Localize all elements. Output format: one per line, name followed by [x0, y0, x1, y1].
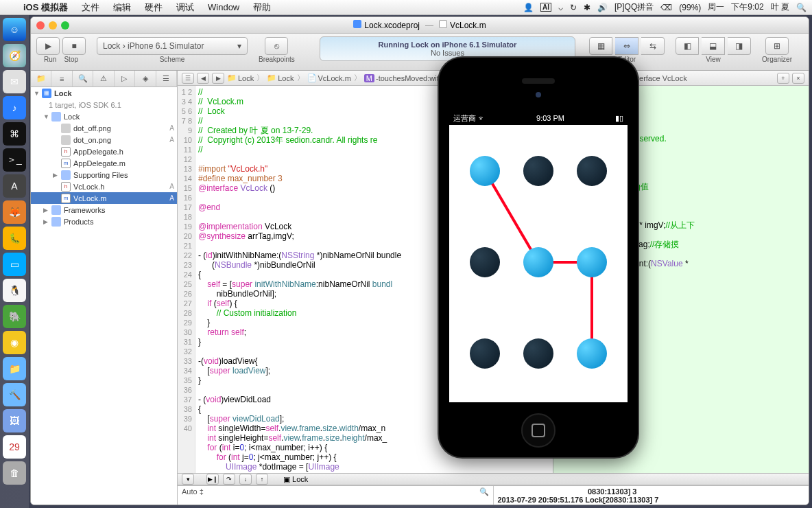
lock-dot-2[interactable] — [523, 156, 553, 186]
close-assistant-button[interactable]: × — [792, 73, 804, 84]
run-button[interactable]: ▶ — [36, 37, 60, 55]
spotlight-icon[interactable]: 🔍 — [796, 3, 807, 12]
status-batt: (99%) — [679, 3, 701, 12]
menu-debug[interactable]: 调试 — [169, 1, 201, 14]
lock-dot-8[interactable] — [523, 338, 553, 369]
lock-dot-3[interactable] — [577, 156, 607, 186]
lock-dot-4[interactable] — [470, 247, 500, 277]
lock-dot-6[interactable] — [577, 247, 607, 277]
project-tree[interactable]: ▼▦Lock1 target, iOS SDK 6.1▼Lockdot_off.… — [31, 87, 177, 505]
lock-dot-7[interactable] — [470, 338, 500, 369]
hide-debug-button[interactable]: ▾ — [182, 474, 194, 485]
add-assistant-button[interactable]: + — [777, 73, 789, 84]
dock-chrome-icon[interactable]: ◉ — [3, 331, 26, 354]
breakpoints-button[interactable]: ⎋ — [265, 37, 288, 55]
sim-screen[interactable]: 运营商 ᯤ 9:03 PM ▮▯ — [449, 111, 628, 402]
status-sync-icon[interactable]: ↻ — [570, 3, 577, 12]
app-menu[interactable]: iOS 模拟器 — [16, 1, 75, 14]
status-ime[interactable]: [P]QQ拼音 — [614, 1, 654, 13]
lock-pattern-area[interactable] — [449, 125, 628, 402]
sim-carrier: 运营商 — [453, 114, 476, 122]
view-segment[interactable]: ◧ ⬓ ◨ — [676, 36, 751, 56]
tree-item[interactable]: hAppDelegate.h — [31, 146, 177, 157]
tree-item[interactable]: ▶Supporting Files — [31, 169, 177, 181]
tree-item[interactable]: hVcLock.hA — [31, 181, 177, 192]
log-nav-tab[interactable]: ☰ — [156, 71, 177, 86]
editor-mode-segment[interactable]: ▦ ⇔ ⇆ — [589, 36, 665, 56]
ios-simulator[interactable]: 运营商 ᯤ 9:03 PM ▮▯ — [439, 58, 638, 457]
stop-button[interactable]: ■ — [62, 37, 86, 55]
dock-qq-icon[interactable]: 🐧 — [3, 279, 26, 302]
tree-item[interactable]: ▶Frameworks — [31, 204, 177, 216]
menu-edit[interactable]: 编辑 — [106, 1, 138, 14]
dock-preview-icon[interactable]: 🖼 — [3, 409, 26, 432]
tree-item[interactable]: ▶Products — [31, 216, 177, 227]
dock-xcode-icon[interactable]: 🔨 — [3, 383, 26, 406]
toggle-nav-button[interactable]: ◧ — [676, 37, 699, 55]
home-button[interactable] — [521, 413, 556, 448]
window-titlebar[interactable]: Lock.xcodeproj — VcLock.m — [31, 17, 809, 34]
tree-item[interactable]: dot_off.pngA — [31, 122, 177, 134]
assistant-editor-button[interactable]: ⇔ — [615, 37, 638, 55]
status-wifi-icon[interactable]: ⌵ — [558, 3, 563, 12]
debug-nav-tab[interactable]: ▷ — [115, 71, 135, 86]
dock-safari-icon[interactable]: 🧭 — [3, 44, 26, 67]
status-vol-icon[interactable]: 🔊 — [597, 3, 608, 12]
dock-terminal-icon[interactable]: ⌘ — [3, 122, 26, 146]
back-button[interactable]: ◀ — [197, 73, 209, 84]
dock-calendar-icon[interactable]: 29 — [3, 435, 26, 459]
toggle-util-button[interactable]: ◨ — [728, 37, 751, 55]
step-in-button[interactable]: ↓ — [239, 474, 252, 485]
dock-mail-icon[interactable]: ✉ — [3, 70, 26, 93]
variables-view[interactable]: Auto ‡ 🔍 — [178, 486, 494, 505]
dock-trash-icon[interactable]: 🗑 — [3, 461, 26, 485]
dock-terminal2-icon[interactable]: ＞_ — [3, 148, 26, 172]
variables-scope[interactable]: Auto ‡ — [182, 487, 204, 496]
project-root[interactable]: ▼▦Lock — [31, 87, 177, 99]
issue-nav-tab[interactable]: ⚠ — [93, 71, 114, 86]
status-user-icon[interactable]: 👤 — [523, 3, 534, 12]
lock-dot-5[interactable] — [523, 247, 553, 277]
lock-dot-1[interactable] — [470, 156, 500, 186]
step-over-button[interactable]: ↷ — [223, 474, 235, 485]
symbol-nav-tab[interactable]: ≡ — [51, 71, 72, 86]
project-nav-tab[interactable]: 📁 — [31, 71, 51, 86]
zoom-button[interactable] — [61, 21, 69, 30]
tree-item[interactable]: ▼Lock — [31, 111, 177, 122]
breakpoint-nav-tab[interactable]: ◈ — [135, 71, 156, 86]
menu-hardware[interactable]: 硬件 — [138, 1, 169, 14]
scheme-selector[interactable]: Lock › iPhone 6.1 Simulator▾ — [97, 37, 248, 55]
tree-item[interactable]: mVcLock.mA — [31, 192, 177, 204]
dock-finder-icon[interactable]: ☺ — [3, 18, 26, 41]
debug-thread-crumb[interactable]: Lock — [292, 475, 308, 483]
dock-itunes-icon[interactable]: ♪ — [3, 96, 26, 119]
project-subtitle: 1 target, iOS SDK 6.1 — [31, 99, 177, 111]
dock-folder-icon[interactable]: 📁 — [3, 357, 26, 380]
tree-item[interactable]: dot_on.pngA — [31, 134, 177, 146]
status-user[interactable]: 叶 夏 — [771, 1, 789, 13]
toggle-debug-button[interactable]: ⬓ — [702, 37, 725, 55]
status-ime2[interactable]: ⌫ — [660, 3, 672, 12]
status-adobe-icon[interactable]: AI — [540, 3, 551, 12]
menu-help[interactable]: 帮助 — [246, 1, 278, 14]
menu-window[interactable]: Window — [201, 2, 246, 12]
close-button[interactable] — [36, 21, 45, 30]
standard-editor-button[interactable]: ▦ — [589, 37, 612, 55]
status-bt-icon[interactable]: ✱ — [584, 3, 590, 12]
forward-button[interactable]: ▶ — [212, 73, 224, 84]
dock-bug-icon[interactable]: 🐛 — [3, 227, 26, 250]
organizer-button[interactable]: ⊞ — [765, 37, 789, 55]
dock-evernote-icon[interactable]: 🐘 — [3, 305, 26, 328]
minimize-button[interactable] — [49, 21, 57, 30]
continue-button[interactable]: ▶❙ — [206, 474, 219, 485]
version-editor-button[interactable]: ⇆ — [641, 37, 665, 55]
related-items-button[interactable]: ☰ — [182, 73, 194, 84]
tree-item[interactable]: mAppDelegate.m — [31, 157, 177, 169]
dock-firefox-icon[interactable]: 🦊 — [3, 200, 26, 224]
search-nav-tab[interactable]: 🔍 — [73, 71, 93, 86]
lock-dot-9[interactable] — [577, 338, 607, 369]
dock-appstore-icon[interactable]: A — [3, 174, 26, 198]
menu-file[interactable]: 文件 — [75, 1, 106, 14]
step-out-button[interactable]: ↑ — [256, 474, 268, 485]
dock-app1-icon[interactable]: ▭ — [3, 253, 26, 276]
